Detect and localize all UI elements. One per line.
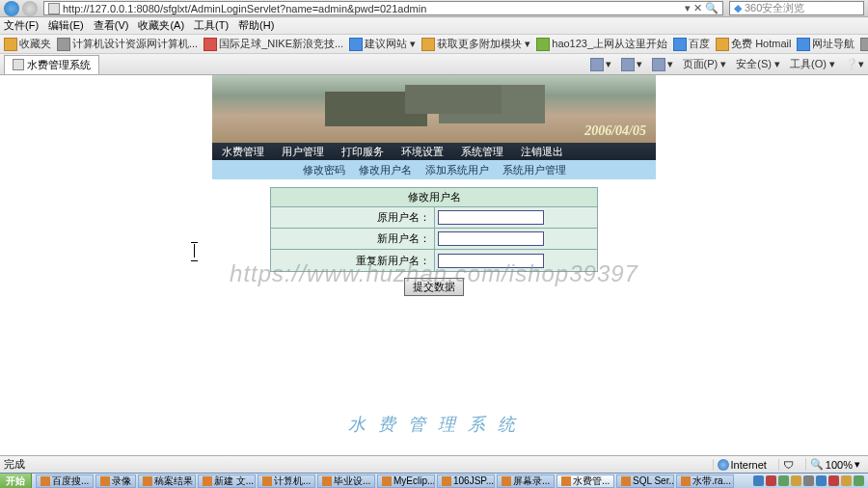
task-6[interactable]: MyEclip...: [377, 474, 435, 488]
fav-link-4[interactable]: hao123_上网从这里开始: [536, 37, 667, 51]
app-icon: [322, 476, 332, 486]
task-1[interactable]: 录像: [95, 474, 136, 488]
tray-icon[interactable]: [791, 475, 801, 486]
subnav-password[interactable]: 修改密码: [303, 163, 345, 177]
fav-link-8[interactable]: 跟着老者 中国第一高清...: [860, 37, 868, 51]
task-0[interactable]: 百度搜...: [36, 474, 94, 488]
feeds-button[interactable]: ▾: [621, 58, 642, 71]
fav-link-5[interactable]: 百度: [673, 37, 710, 51]
label-repeat-username: 重复新用户名：: [271, 250, 435, 271]
banner-date: 2006/04/05: [584, 123, 646, 139]
home-button[interactable]: ▾: [590, 58, 611, 71]
tray-icon[interactable]: [778, 475, 789, 486]
help-menu[interactable]: ❔▾: [845, 58, 864, 70]
menu-view[interactable]: 查看(V): [94, 18, 129, 33]
task-11[interactable]: 水带.ra...: [676, 474, 734, 488]
fav-link-6[interactable]: 免费 Hotmail: [716, 37, 791, 51]
status-done: 完成: [4, 457, 713, 472]
tab-active[interactable]: 水费管理系统: [4, 55, 99, 74]
nav-logout[interactable]: 注销退出: [521, 145, 563, 159]
menu-edit[interactable]: 编辑(E): [48, 18, 84, 33]
nav-user[interactable]: 用户管理: [282, 145, 324, 159]
app-icon: [681, 476, 691, 486]
star-icon: [4, 38, 17, 51]
browser-titlebar: http://127.0.0.1:8080/sfglxt/AdminLoginS…: [0, 0, 868, 17]
form-row-new: 新用户名：: [271, 229, 597, 250]
mail-button[interactable]: ▾: [652, 58, 673, 71]
app-icon: [203, 476, 212, 486]
nav-fee[interactable]: 水费管理: [222, 145, 264, 159]
fav-link-3[interactable]: 获取更多附加模块 ▾: [421, 37, 530, 51]
safety-menu[interactable]: 安全(S) ▾: [736, 57, 780, 71]
header-banner: 2006/04/05: [212, 75, 656, 143]
menu-tools[interactable]: 工具(T): [194, 18, 229, 33]
fav-link-7[interactable]: 网址导航: [797, 37, 854, 51]
task-3[interactable]: 新建 文...: [198, 474, 256, 488]
subnav-adduser[interactable]: 添加系统用户: [425, 163, 489, 177]
task-7[interactable]: 106JSP...: [437, 474, 495, 488]
label-old-username: 原用户名：: [271, 207, 435, 228]
globe-icon: [718, 459, 729, 471]
menu-help[interactable]: 帮助(H): [238, 18, 274, 33]
menu-bar: 文件(F) 编辑(E) 查看(V) 收藏夹(A) 工具(T) 帮助(H): [0, 17, 868, 35]
home-icon: [590, 58, 604, 71]
app-icon: [100, 476, 110, 486]
footer-title: 水 费 管 理 系 统: [348, 413, 519, 436]
tab-title: 水费管理系统: [27, 58, 91, 72]
link-icon: [421, 38, 435, 51]
fav-link-1[interactable]: 国际足球_NIKE新浪竞技...: [203, 37, 343, 51]
app-icon: [41, 476, 50, 486]
tray-icon[interactable]: [753, 475, 764, 486]
form-row-repeat: 重复新用户名：: [271, 250, 597, 271]
url-dropdown-icon[interactable]: ▾ ✕ 🔍: [685, 2, 719, 14]
task-2[interactable]: 稿案结果: [138, 474, 196, 488]
zoom-control[interactable]: 🔍 100% ▾: [805, 458, 864, 471]
subnav-usermgmt[interactable]: 系统用户管理: [502, 163, 566, 177]
status-zone: Internet: [713, 459, 771, 471]
start-button[interactable]: 开始: [0, 474, 32, 488]
favorites-button[interactable]: 收藏夹: [4, 37, 51, 51]
tray-icon[interactable]: [854, 475, 864, 486]
forward-button[interactable]: [22, 1, 38, 16]
tab-bar: 水费管理系统 ▾ ▾ ▾ 页面(P) ▾ 安全(S) ▾ 工具(O) ▾ ❔▾: [0, 54, 868, 75]
submit-button[interactable]: 提交数据: [404, 278, 464, 296]
search-box[interactable]: ◆ 360安全浏览: [729, 1, 864, 15]
input-repeat-username[interactable]: [438, 254, 544, 268]
fav-link-0[interactable]: 计算机设计资源网计算机...: [57, 37, 198, 51]
app-icon: [561, 476, 571, 486]
tools-menu[interactable]: 工具(O) ▾: [790, 57, 835, 71]
fav-link-2[interactable]: 建议网站 ▾: [349, 37, 416, 51]
page-menu[interactable]: 页面(P) ▾: [683, 57, 727, 71]
tray-icon[interactable]: [816, 475, 827, 486]
back-button[interactable]: [4, 1, 19, 16]
input-new-username[interactable]: [438, 231, 544, 246]
status-bar: 完成 Internet 🛡 🔍 100% ▾: [0, 455, 868, 473]
input-old-username[interactable]: [438, 210, 544, 225]
tray-icon[interactable]: [766, 475, 776, 486]
subnav-username[interactable]: 修改用户名: [359, 163, 412, 177]
menu-favorites[interactable]: 收藏夹(A): [138, 18, 184, 33]
app-icon: [502, 476, 511, 486]
address-bar[interactable]: http://127.0.0.1:8080/sfglxt/AdminLoginS…: [43, 1, 723, 15]
link-icon: [349, 38, 363, 51]
search-engine-icon: ◆: [734, 2, 742, 14]
tray-icon[interactable]: [828, 475, 839, 486]
task-8[interactable]: 屏幕录...: [497, 474, 555, 488]
app-icon: [382, 476, 392, 486]
task-10[interactable]: SQL Ser...: [616, 474, 674, 488]
nav-system[interactable]: 系统管理: [461, 145, 503, 159]
tray-icon[interactable]: [803, 475, 814, 486]
url-text: http://127.0.0.1:8080/sfglxt/AdminLoginS…: [63, 3, 426, 14]
nav-env[interactable]: 环境设置: [401, 145, 444, 159]
app-icon: [442, 476, 451, 486]
task-5[interactable]: 毕业设...: [317, 474, 375, 488]
task-9[interactable]: 水费管...: [556, 474, 614, 488]
tray-icon[interactable]: [841, 475, 852, 486]
task-4[interactable]: 计算机...: [258, 474, 315, 488]
nav-print[interactable]: 打印服务: [341, 145, 384, 159]
search-placeholder: 360安全浏览: [745, 1, 804, 15]
favorites-bar: 收藏夹 计算机设计资源网计算机... 国际足球_NIKE新浪竞技... 建议网站…: [0, 35, 868, 54]
form-row-old: 原用户名：: [271, 207, 597, 229]
menu-file[interactable]: 文件(F): [4, 18, 39, 33]
tab-page-icon: [13, 59, 24, 70]
